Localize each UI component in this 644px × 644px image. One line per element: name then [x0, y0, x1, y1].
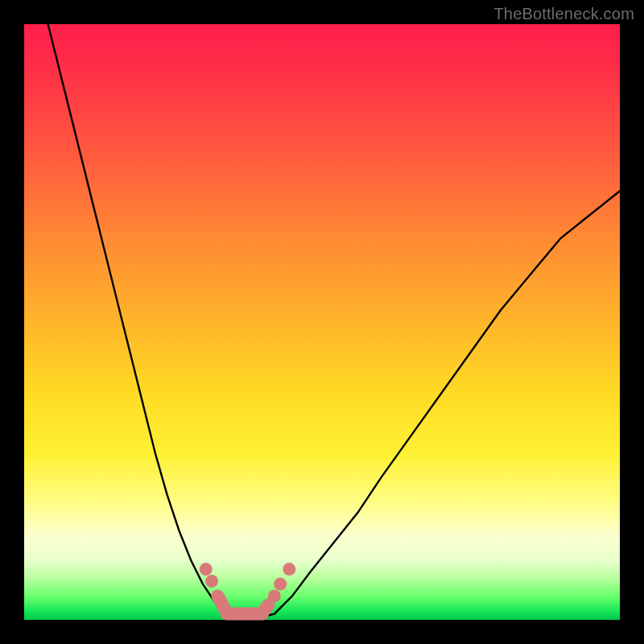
marker-dot — [200, 563, 213, 576]
outer-frame: TheBottleneck.com — [0, 0, 644, 644]
marker-dot — [283, 563, 295, 576]
bottleneck-curve — [48, 24, 620, 617]
plot-area — [24, 24, 620, 620]
watermark-text: TheBottleneck.com — [493, 5, 634, 23]
marker-dot — [274, 578, 287, 591]
marker-dot — [205, 575, 218, 588]
curve-layer — [24, 24, 620, 620]
